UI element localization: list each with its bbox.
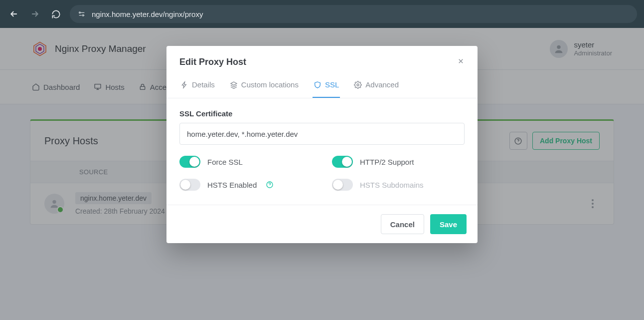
back-button[interactable]: [7, 7, 21, 21]
tab-ssl-label: SSL: [325, 80, 339, 89]
hsts-toggle[interactable]: [179, 179, 200, 191]
site-settings-icon: [77, 10, 87, 18]
url-bar[interactable]: nginx.home.yeter.dev/nginx/proxy: [70, 5, 637, 23]
ssl-cert-select[interactable]: [179, 123, 465, 145]
layers-icon: [230, 81, 238, 89]
forward-button[interactable]: [28, 7, 42, 21]
http2-label: HTTP/2 Support: [360, 158, 414, 166]
hsts-subdomains-label: HSTS Subdomains: [360, 181, 424, 189]
tab-custom-label: Custom locations: [241, 80, 299, 89]
tab-custom-locations[interactable]: Custom locations: [229, 74, 300, 98]
ssl-cert-label: SSL Certificate: [179, 109, 465, 118]
force-ssl-toggle[interactable]: [179, 156, 200, 168]
svg-point-1: [82, 14, 84, 16]
close-icon: [457, 57, 465, 65]
edit-proxy-host-modal: Edit Proxy Host Details Custom locations…: [166, 46, 478, 243]
url-text: nginx.home.yeter.dev/nginx/proxy: [92, 10, 203, 18]
hsts-label: HSTS Enabled: [207, 181, 257, 189]
tab-advanced[interactable]: Advanced: [353, 74, 400, 98]
modal-title: Edit Proxy Host: [179, 57, 246, 67]
force-ssl-label: Force SSL: [207, 158, 243, 166]
gear-icon: [354, 81, 362, 89]
hsts-help-icon[interactable]: [266, 181, 274, 189]
tab-ssl[interactable]: SSL: [313, 74, 340, 98]
svg-point-10: [357, 84, 359, 86]
tab-advanced-label: Advanced: [365, 80, 399, 89]
cancel-button[interactable]: Cancel: [381, 214, 424, 234]
modal-tabs: Details Custom locations SSL Advanced: [166, 74, 478, 98]
tab-details[interactable]: Details: [179, 74, 216, 98]
shield-icon: [314, 81, 322, 89]
save-button[interactable]: Save: [430, 214, 467, 234]
tab-details-label: Details: [192, 80, 215, 89]
svg-point-0: [79, 12, 81, 13]
hsts-subdomains-toggle[interactable]: [332, 179, 353, 191]
http2-toggle[interactable]: [332, 156, 353, 168]
close-button[interactable]: [457, 57, 465, 67]
bolt-icon: [180, 81, 188, 89]
browser-chrome: nginx.home.yeter.dev/nginx/proxy: [0, 0, 644, 28]
reload-button[interactable]: [49, 7, 63, 21]
